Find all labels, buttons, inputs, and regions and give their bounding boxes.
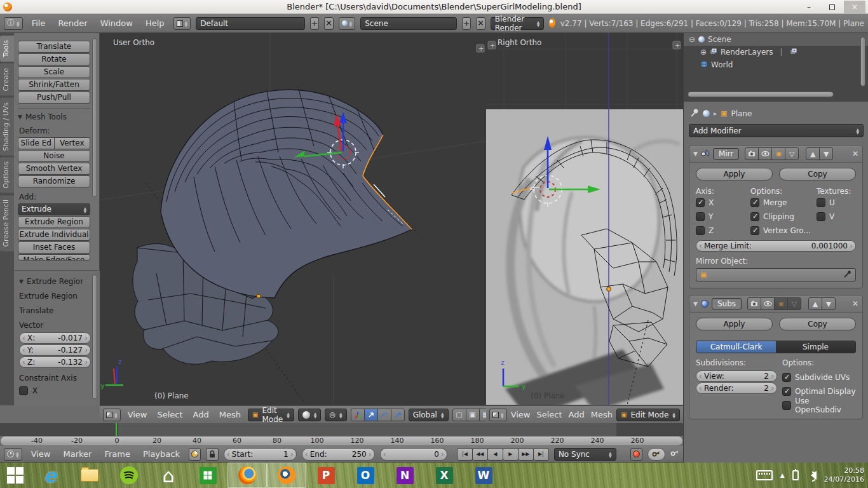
tab-grease-pencil[interactable]: Grease Pencil (0, 195, 14, 251)
taskbar-excel[interactable]: X (424, 463, 464, 488)
noise-button[interactable]: Noise (18, 150, 90, 162)
menu-view[interactable]: View (125, 410, 151, 419)
menu-render[interactable]: Render (54, 18, 91, 28)
layout-add-button[interactable]: + (310, 17, 319, 30)
taskbar-firefox[interactable] (227, 463, 267, 488)
menu-select[interactable]: Select (154, 410, 186, 419)
modifier-name-field[interactable]: Subs (712, 298, 742, 309)
tool-shelf-scrollbar[interactable] (92, 38, 97, 197)
keying-set-field[interactable] (648, 448, 665, 461)
modifier-editmode-toggle-icon[interactable]: ▣ (771, 147, 785, 160)
outliner-item-scene[interactable]: ⊖ Scene (684, 33, 868, 46)
menu-select-2[interactable]: Select (534, 410, 564, 419)
tab-shading-uvs[interactable]: Shading / UVs (0, 98, 14, 156)
rotate-button[interactable]: Rotate (18, 53, 90, 65)
expand-plus-icon[interactable]: ⊕ (700, 48, 707, 57)
editor-type-3dview-button[interactable] (103, 409, 121, 421)
simple-option[interactable]: Simple (776, 341, 855, 353)
modifier-name-field[interactable]: Mirr (713, 148, 739, 159)
tray-expand-icon[interactable]: ▲ (780, 472, 785, 478)
wireframe-cube-icon[interactable]: ▣ (466, 409, 480, 421)
use-opensubdiv-checkbox[interactable] (782, 401, 791, 410)
vector-x-field[interactable]: X:-0.017 (19, 332, 91, 344)
outliner-item-renderlayers[interactable]: ⊕ RenderLayers | (684, 46, 868, 58)
smooth-vertex-button[interactable]: Smooth Vertex (18, 163, 90, 175)
manipulator-scale-icon[interactable] (391, 409, 405, 421)
modifier-render-toggle-icon[interactable] (747, 297, 761, 310)
merge-limit-field[interactable]: Merge Limit:0.001000 (696, 240, 856, 252)
tab-create[interactable]: Create (0, 64, 14, 96)
volume-icon[interactable] (806, 471, 817, 480)
current-frame-marker[interactable] (116, 423, 117, 436)
timeline-ruler[interactable]: -40 -20 0 20 40 60 80 100 120 140 160 18… (0, 436, 683, 446)
operator-panel-scrollbar[interactable] (92, 274, 97, 399)
play-reverse-button[interactable]: ◀ (487, 448, 503, 461)
taskbar-word[interactable]: W (464, 463, 503, 488)
menu-view-2[interactable]: View (508, 410, 533, 419)
editor-type-button[interactable]: ⓘ (4, 17, 23, 30)
taskbar-internet-explorer[interactable]: e (31, 463, 70, 488)
mirror-z-checkbox[interactable] (696, 226, 705, 235)
viewport-shading-selector[interactable] (298, 409, 322, 421)
render-subdivisions-field[interactable]: Render:2 (696, 383, 777, 394)
viewport-main-canvas[interactable]: z y User Ortho (0) Plane + (100, 33, 486, 405)
mirror-object-selector[interactable]: ▣ (696, 268, 856, 281)
add-modifier-dropdown[interactable]: Add Modifier (689, 124, 864, 137)
translate-button[interactable]: Translate (18, 41, 90, 53)
screen-layout-icon[interactable] (173, 17, 191, 30)
texture-u-checkbox[interactable] (817, 198, 825, 207)
extrude-dropdown[interactable]: Extrude (18, 203, 90, 215)
mode-selector-2[interactable]: ▣Edit Mode (616, 409, 680, 421)
restore-button[interactable] (821, 1, 843, 13)
menu-window[interactable]: Window (97, 18, 137, 28)
outliner-item-world[interactable]: World (684, 58, 868, 71)
taskbar-home-app[interactable]: ⌂ (149, 463, 188, 488)
subsurf-apply-button[interactable]: Apply (696, 318, 773, 330)
taskbar-outlook[interactable]: O (346, 463, 385, 488)
insert-keyframe-icon[interactable] (670, 449, 679, 459)
texture-v-checkbox[interactable] (817, 212, 825, 221)
current-frame-field[interactable]: 0 (380, 448, 447, 461)
tab-tools[interactable]: Tools (0, 36, 14, 62)
menu-add[interactable]: Add (190, 410, 212, 419)
scene-icon[interactable] (339, 17, 356, 30)
modifier-move-up-icon[interactable]: ▲ (806, 147, 820, 160)
start-frame-field[interactable]: Start:1 (224, 448, 297, 461)
vector-z-field[interactable]: Z:-0.132 (19, 356, 91, 368)
mode-selector[interactable]: ▣Edit Mode (248, 409, 294, 421)
taskbar-onenote[interactable]: N (385, 463, 424, 488)
close-button[interactable]: × (844, 1, 865, 13)
battery-icon[interactable] (792, 470, 799, 480)
taskbar-clock[interactable]: 20:58 24/07/2016 (824, 466, 864, 484)
extrude-region-button[interactable]: Extrude Region (18, 216, 90, 228)
menu-mesh[interactable]: Mesh (216, 410, 244, 419)
view-subdivisions-field[interactable]: View:2 (696, 370, 777, 382)
shrink-fatten-button[interactable]: Shrink/Fatten (18, 79, 90, 91)
inset-faces-button[interactable]: Inset Faces (18, 241, 90, 254)
menu-add-2[interactable]: Add (566, 410, 587, 419)
merge-checkbox[interactable] (750, 198, 759, 207)
layout-delete-button[interactable]: ✕ (324, 17, 333, 30)
scene-add-button[interactable]: + (462, 17, 471, 30)
eyedropper-icon[interactable] (843, 270, 851, 280)
menu-file[interactable]: File (28, 18, 50, 28)
pivot-point-selector[interactable]: ◎ (325, 409, 346, 421)
end-frame-field[interactable]: End:250 (302, 448, 375, 461)
scene-selector[interactable]: Scene (360, 17, 457, 30)
make-edge-face-button[interactable]: Make Edge/Face (18, 254, 90, 261)
viewport-right-canvas[interactable]: z y Right Ortho (0) Plane + + (486, 33, 683, 405)
editor-type-3dview-button-2[interactable] (489, 409, 507, 421)
tab-options[interactable]: Options (0, 157, 14, 193)
push-pull-button[interactable]: Push/Pull (18, 92, 90, 104)
modifier-cage-toggle-icon[interactable]: ▽ (787, 297, 801, 310)
jump-to-end-button[interactable]: ▶| (533, 448, 549, 461)
modifier-move-down-icon[interactable]: ▼ (822, 297, 836, 310)
start-button[interactable] (0, 463, 31, 488)
taskbar-blender[interactable] (267, 463, 306, 488)
timeline-band[interactable] (0, 423, 683, 436)
mirror-y-checkbox[interactable] (696, 212, 705, 221)
optimal-display-checkbox[interactable] (782, 387, 791, 396)
scene-delete-button[interactable]: ✕ (476, 17, 485, 30)
touch-keyboard-icon[interactable] (756, 470, 773, 480)
sync-mode-selector[interactable]: No Sync (554, 448, 616, 461)
